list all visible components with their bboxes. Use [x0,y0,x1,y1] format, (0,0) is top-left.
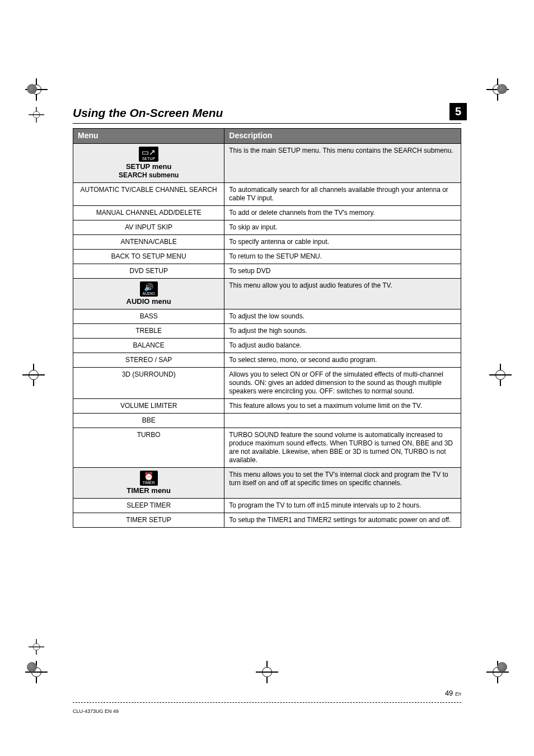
table-row: BACK TO SETUP MENUTo return to the SETUP… [73,249,461,264]
chapter-title: Using the On-Screen Menu [73,106,461,120]
setup-menu-icon: ▭↗SETUP [139,147,158,162]
menu-reference-table: Menu Description ▭↗SETUP SETUP menu SEAR… [73,128,461,528]
menu-item-description: To setup DVD [224,264,461,278]
chapter-number-badge: 5 [449,103,467,120]
menu-section-description: This menu allows you to set the TV's int… [224,468,461,499]
print-registration-mark [25,104,48,126]
menu-item-name: BACK TO SETUP MENU [73,249,224,264]
footer-divider [73,702,461,703]
menu-item-description: To setup the TIMER1 and TIMER2 settings … [224,513,461,528]
menu-item-description: Allows you to select ON or OFF of the si… [224,368,461,399]
menu-item-description: TURBO SOUND feature the sound volume is … [224,428,461,468]
table-row: BASSTo adjust the low sounds. [73,309,461,324]
menu-item-name: ANTENNA/CABLE [73,234,224,249]
menu-item-description: To select stereo, mono, or second audio … [224,353,461,368]
table-header-description: Description [224,129,461,144]
page-number-main: 49 [445,689,453,697]
page-number-suffix: En [455,691,461,697]
table-row: TURBOTURBO SOUND feature the sound volum… [73,428,461,468]
menu-item-name: DVD SETUP [73,264,224,278]
menu-item-description: To adjust the high sounds. [224,324,461,339]
table-section-row: ▭↗SETUP SETUP menu SEARCH submenu This i… [73,143,461,182]
audio-menu-icon: 🔊AUDIO [140,281,158,297]
timer-menu-icon: ⏰TIMER [140,471,158,486]
menu-item-name: AV INPUT SKIP [73,220,224,234]
menu-item-name: TREBLE [73,324,224,339]
menu-item-description: To program the TV to turn off in15 minut… [224,499,461,513]
print-registration-mark [22,364,45,386]
table-row: MANUAL CHANNEL ADD/DELETETo add or delet… [73,205,461,220]
menu-item-name: SLEEP TIMER [73,499,224,513]
menu-item-description [224,414,461,428]
table-row: SLEEP TIMERTo program the TV to turn off… [73,499,461,513]
menu-item-name: BASS [73,309,224,324]
table-row: ANTENNA/CABLETo specify antenna or cable… [73,234,461,249]
menu-item-description: To return to the SETUP MENU. [224,249,461,264]
table-header-menu: Menu [73,129,224,144]
menu-item-description: To automatically search for all channels… [224,182,461,205]
horizontal-rule [73,123,461,124]
menu-item-description: To add or delete channels from the TV's … [224,205,461,220]
menu-section-description: This is the main SETUP menu. This menu c… [224,143,461,182]
table-row: DVD SETUPTo setup DVD [73,264,461,278]
menu-item-description: This feature allows you to set a maximum… [224,399,461,414]
menu-name-label: SETUP menu [126,162,171,171]
table-section-row: ⏰TIMER TIMER menu This menu allows you t… [73,468,461,499]
table-row: BALANCETo adjust audio balance. [73,339,461,353]
menu-name-label: TIMER menu [127,486,171,495]
table-row: VOLUME LIMITERThis feature allows you to… [73,399,461,414]
menu-item-name: MANUAL CHANNEL ADD/DELETE [73,205,224,220]
table-row: AUTOMATIC TV/CABLE CHANNEL SEARCHTo auto… [73,182,461,205]
menu-item-name: BBE [73,414,224,428]
menu-item-name: AUTOMATIC TV/CABLE CHANNEL SEARCH [73,182,224,205]
menu-item-description: To adjust audio balance. [224,339,461,353]
menu-item-description: To skip av input. [224,220,461,234]
table-section-row: 🔊AUDIO AUDIO menu This menu allow you to… [73,278,461,309]
menu-item-name: STEREO / SAP [73,353,224,368]
print-corner-dot [497,662,507,672]
print-registration-mark [25,636,48,658]
table-row: AV INPUT SKIPTo skip av input. [73,220,461,234]
page-number: 49 En [445,689,461,697]
print-corner-dot [27,84,37,94]
table-row: TIMER SETUPTo setup the TIMER1 and TIMER… [73,513,461,528]
menu-item-name: TIMER SETUP [73,513,224,528]
menu-item-name: TURBO [73,428,224,468]
table-row: 3D (SURROUND)Allows you to select ON or … [73,368,461,399]
menu-item-description: To adjust the low sounds. [224,309,461,324]
menu-item-description: To specify antenna or cable input. [224,234,461,249]
table-row: BBE [73,414,461,428]
footer-text: CLU-4373UG EN 49 [73,708,119,714]
print-registration-mark [489,364,512,386]
print-corner-dot [497,84,507,94]
menu-item-name: BALANCE [73,339,224,353]
page-content: Using the On-Screen Menu 5 Menu Descript… [73,106,461,672]
menu-name-label: AUDIO menu [127,297,171,306]
submenu-label: SEARCH submenu [119,171,179,179]
print-corner-dot [27,662,37,672]
menu-section-description: This menu allow you to adjust audio feat… [224,278,461,309]
table-header-row: Menu Description [73,129,461,144]
menu-item-name: 3D (SURROUND) [73,368,224,399]
menu-item-name: VOLUME LIMITER [73,399,224,414]
table-row: TREBLETo adjust the high sounds. [73,324,461,339]
table-row: STEREO / SAPTo select stereo, mono, or s… [73,353,461,368]
